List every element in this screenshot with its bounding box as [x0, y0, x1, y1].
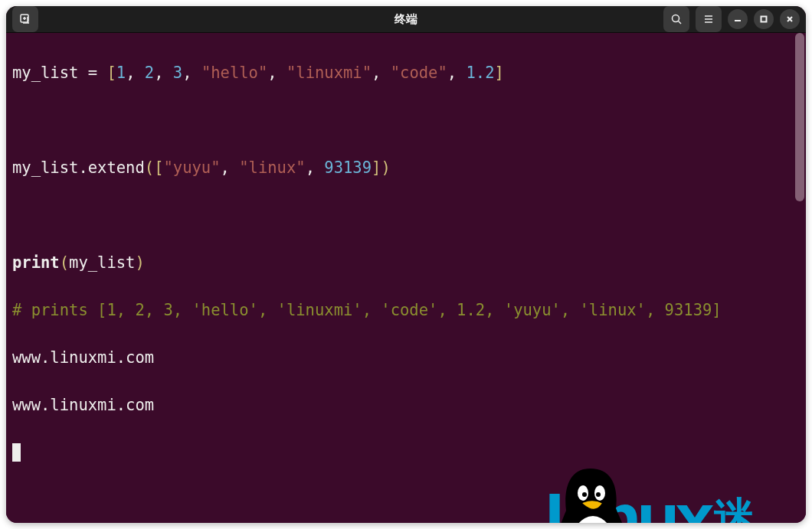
code-line: my_list = [1, 2, 3, "hello", "linuxmi", …	[12, 61, 800, 85]
maximize-button[interactable]	[754, 9, 774, 29]
code-line: www.linuxmi.com	[12, 393, 800, 417]
svg-point-17	[578, 485, 588, 501]
terminal-content[interactable]: my_list = [1, 2, 3, "hello", "linuxmi", …	[6, 33, 806, 523]
watermark-brand: Linux迷	[545, 488, 751, 523]
svg-rect-11	[761, 17, 767, 22]
code-line: # prints [1, 2, 3, 'hello', 'linuxmi', '…	[12, 299, 800, 322]
menu-button[interactable]	[696, 6, 722, 32]
hamburger-menu-icon	[702, 13, 715, 25]
search-button[interactable]	[663, 6, 689, 32]
code-line: print(my_list)	[12, 251, 800, 275]
close-icon	[785, 15, 794, 24]
svg-point-20	[596, 492, 601, 497]
titlebar: 终端	[6, 6, 806, 33]
new-tab-icon	[19, 13, 31, 25]
code-line: my_list.extend(["yuyu", "linux", 93139])	[12, 156, 800, 180]
svg-point-5	[673, 15, 679, 22]
text-cursor	[12, 443, 21, 462]
code-line	[12, 204, 800, 227]
minimize-button[interactable]	[728, 9, 748, 29]
scrollbar-thumb[interactable]	[795, 33, 804, 201]
scrollbar[interactable]	[795, 33, 804, 523]
close-button[interactable]	[780, 9, 800, 29]
new-tab-button[interactable]	[12, 6, 38, 32]
search-icon	[670, 13, 683, 25]
code-line	[12, 109, 800, 132]
svg-point-16	[571, 516, 614, 523]
maximize-icon	[759, 15, 768, 24]
svg-line-6	[679, 21, 682, 24]
terminal-window: 终端 my_list = [1, 2, 3, "hello", "linuxmi…	[6, 6, 806, 523]
svg-point-18	[594, 485, 605, 501]
code-line: www.linuxmi.com	[12, 346, 800, 370]
code-line	[12, 441, 800, 465]
terminal-area[interactable]: my_list = [1, 2, 3, "hello", "linuxmi", …	[6, 33, 806, 523]
svg-point-19	[582, 492, 587, 497]
minimize-icon	[733, 15, 742, 24]
window-title: 终端	[395, 12, 417, 27]
